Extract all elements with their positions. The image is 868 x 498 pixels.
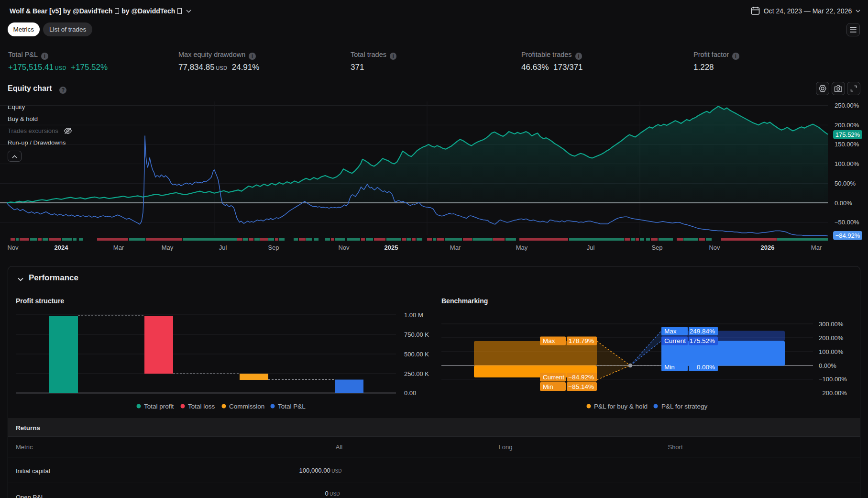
svg-text:0.00%: 0.00% <box>819 362 836 369</box>
svg-text:Min: Min <box>543 383 553 390</box>
svg-text:−100.00%: −100.00% <box>819 376 847 383</box>
svg-text:−200.00%: −200.00% <box>819 389 847 397</box>
svg-text:100.00%: 100.00% <box>819 348 844 355</box>
svg-text:Max: Max <box>543 337 555 344</box>
svg-text:200.00%: 200.00% <box>819 334 844 342</box>
svg-text:300.00%: 300.00% <box>819 321 844 328</box>
svg-text:175.52%: 175.52% <box>690 337 715 344</box>
svg-text:−84.92%: −84.92% <box>568 374 594 381</box>
svg-text:178.79%: 178.79% <box>569 337 594 344</box>
svg-text:249.84%: 249.84% <box>690 328 715 335</box>
svg-text:Current: Current <box>664 337 686 344</box>
svg-text:Min: Min <box>664 364 675 371</box>
svg-text:0.00%: 0.00% <box>697 364 715 371</box>
svg-text:Current: Current <box>543 374 564 381</box>
svg-text:−85.14%: −85.14% <box>568 383 594 390</box>
svg-text:P&L for strategy: P&L for strategy <box>661 403 708 410</box>
svg-text:P&L for buy & hold: P&L for buy & hold <box>594 403 648 410</box>
svg-text:Max: Max <box>664 328 677 335</box>
